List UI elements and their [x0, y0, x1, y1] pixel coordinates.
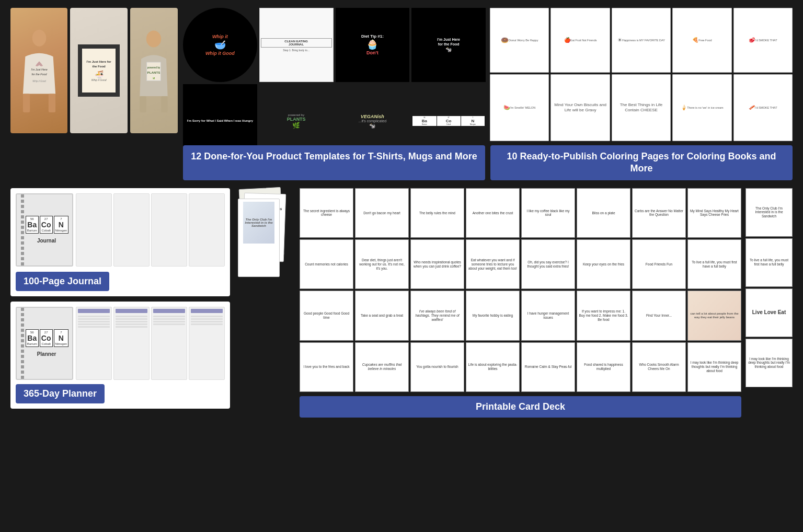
pl15: [191, 316, 223, 317]
card-deck-container: The Only Club I'm Interested in is the S…: [238, 188, 793, 418]
pl16: [191, 318, 223, 320]
card-nourish-flourish: You gotta nourish to flourish: [410, 342, 464, 392]
card-who-needs-quotes: Who needs inspirational quotes when you …: [410, 239, 464, 289]
card-to-live-full-life: To live a full life, you must first have…: [745, 238, 793, 287]
card-thinking-about-food: I may look like I'm thinking deep though…: [687, 342, 741, 392]
planner-product: 56 Ba Barium 27 Co Cobalt 7: [10, 302, 230, 409]
bottom-section: 56 Ba Barium 27 Co Cobalt 7: [10, 188, 793, 418]
planner-page-4: [189, 307, 225, 380]
photo-woman-tshirt: I'm Just Here for the Food Whip it Good: [10, 8, 67, 133]
coloring-page-no-we-ice-cream: 🍦 There is no 'we' in ice cream: [672, 74, 731, 141]
coloring-page-eat-fruit: 🍎 Eat Fruit Not Friends: [550, 8, 610, 73]
design-diet-tip: Diet Tip #1: 🧁 Don't: [336, 8, 410, 82]
card-find-inner: Find Your Inner...: [632, 291, 686, 340]
journal-page-4: [189, 193, 225, 267]
card-bliss-plate: Bliss on a plate: [577, 188, 630, 238]
left-products: 56 Ba Barium 27 Co Cobalt 7: [10, 188, 230, 418]
design-clean-eating-journal: CLEAN EATINGJOURNAL Step 1: Bring body t…: [259, 8, 334, 82]
journal-cover-label: Journal: [37, 238, 56, 244]
planner-mockup: 56 Ba Barium 27 Co Cobalt 7: [16, 307, 225, 380]
planner-cover-label: Planner: [37, 351, 56, 357]
card-bacon-heart: Don't go bacon my heart: [355, 188, 409, 238]
journal-page-3: [151, 193, 187, 267]
journal-pages: [76, 193, 225, 267]
planner-page-1: [76, 307, 112, 380]
card-hunger-management: I have hunger management issues: [521, 291, 575, 340]
coloring-pages-area: 🍩 Donut Worry Be Happy 🍎 Eat Fruit Not F…: [490, 8, 793, 141]
pl9: [116, 323, 147, 325]
element-n: 7 N Nitrogen: [54, 216, 69, 234]
pl6: [116, 316, 147, 317]
card-take-seat: Take a seat and grab a treat: [355, 291, 409, 340]
spiral-binding: [21, 194, 24, 265]
card-impress-me: If you want to impress me: 1. Buy me foo…: [577, 291, 630, 340]
svg-text:PLANTS: PLANTS: [147, 71, 160, 74]
pl13: [153, 321, 185, 322]
pl4: [78, 323, 110, 325]
banner-coloring: 10 Ready-to-Publish Coloring Pages for C…: [490, 145, 793, 180]
pl1: [78, 316, 110, 317]
coloring-page-free-food: 🍕 Free Food: [672, 8, 731, 73]
planner-cover: 56 Ba Barium 27 Co Cobalt 7: [16, 307, 73, 380]
card-fond-waffles: I've always been fond of hashtags. They …: [410, 291, 464, 340]
pl3: [78, 321, 110, 322]
card-oh-extra-fries: Oh, did you say exercise? I thought you …: [521, 239, 575, 289]
product-photos: I'm Just Here for the Food Whip it Good …: [10, 8, 178, 180]
pl17: [191, 321, 223, 322]
planner-element-co: 27 Co Cobalt: [40, 329, 53, 347]
coloring-page-mind-your-biscuits: Mind Your Own Biscuits and Life will be …: [550, 74, 610, 141]
coloring-page-smoke-that-2: 🥓 I'd SMOKE THAT: [733, 74, 793, 141]
coloring-page-best-things-cheese: The Best Things in Life Contain CHEESE: [612, 74, 671, 141]
svg-point-0: [32, 30, 46, 47]
planner-element-n: 7 N Nitrogen: [54, 329, 69, 347]
svg-text:for the Food: for the Food: [31, 73, 47, 76]
card-keep-eyes-fries: Keep your eyes on the fries: [577, 239, 630, 289]
svg-rect-12: [162, 96, 168, 112]
svg-point-6: [146, 31, 161, 48]
pl2: [78, 318, 110, 320]
journal-product: 56 Ba Barium 27 Co Cobalt 7: [10, 188, 230, 296]
journal-page-1: [76, 193, 112, 267]
card-grid-wrapper: The secret ingredient is always cheese D…: [300, 188, 741, 418]
element-co: 27 Co Cobalt: [40, 216, 53, 234]
coloring-page-happiness: ☀ Happiness is MY FAVORITE DAY: [612, 8, 671, 73]
design-items-grid: Whip it 🥣 Whip it Good CLEAN EATINGJOURN…: [183, 8, 486, 141]
journal-label: 100-Page Journal: [16, 272, 109, 291]
planner-periodic-table: 56 Ba Barium 27 Co Cobalt 7: [26, 329, 68, 347]
card-cupcakes-muffins: Cupcakes are muffins that believe in mir…: [355, 342, 409, 392]
journal-cover: 56 Ba Barium 27 Co Cobalt 7: [16, 193, 73, 267]
main-container: I'm Just Here for the Food Whip it Good …: [0, 0, 803, 425]
card-romaine-calm: Romaine Calm & Stay Peas-ful: [521, 342, 575, 392]
planner-pages: [76, 307, 225, 380]
pl8: [116, 321, 147, 322]
card-coffee-soul: I like my coffee black like my soul: [521, 188, 575, 238]
planner-page-header-2: [116, 309, 147, 313]
photo-framed-print: I'm Just Here for the Food 🍜 Whip it Goo…: [70, 8, 127, 133]
banner-templates: 12 Done-for-You Product Templates for T-…: [183, 145, 485, 180]
extra-col: The Only Club I'm Interested in is the S…: [745, 188, 793, 418]
bookmark-cards-area: The Only Club I'm Interested in is the S…: [238, 188, 295, 418]
banners-row: 12 Done-for-You Product Templates for T-…: [183, 145, 793, 180]
planner-label: 365-Day Planner: [16, 384, 105, 403]
card-only-club: The Only Club I'm Interested in is the S…: [745, 188, 793, 237]
planner-page-header-3: [153, 309, 185, 313]
card-food-friends-fun: Food Friends Fun: [632, 239, 686, 289]
template-section: Whip it 🥣 Whip it Good CLEAN EATINGJOURN…: [183, 8, 793, 180]
right-section: The Only Club I'm Interested in is the S…: [238, 188, 793, 418]
card-another-bites: Another one bites the crust: [466, 188, 520, 238]
top-section: I'm Just Here for the Food Whip it Good …: [10, 8, 793, 180]
pl18: [191, 323, 223, 325]
card-pasta-bilities: Life is about exploring the pasta-biliti…: [466, 342, 520, 392]
bacon-periodic-table: 56 Ba Barium 27 Co Cobalt 7: [26, 216, 68, 234]
card-dear-diet: Dear diet, things just aren't working ou…: [355, 239, 409, 289]
design-im-just-here: I'm Just Herefor the Food 🐄: [411, 8, 486, 82]
pl14: [153, 323, 185, 325]
card-my-mind-says: My Mind Says Healthy My Heart Says Chees…: [687, 188, 741, 238]
pl5: [78, 326, 110, 328]
pl12: [153, 318, 185, 320]
journal-mockup: 56 Ba Barium 27 Co Cobalt 7: [16, 193, 225, 267]
coloring-pages-grid: 🍩 Donut Worry Be Happy 🍎 Eat Fruit Not F…: [490, 8, 793, 141]
card-hobby-eating: My favorite hobby is eating: [466, 291, 520, 340]
svg-text:I'm Just Here: I'm Just Here: [31, 68, 47, 71]
card-belly-mind: The belly rules the mind: [410, 188, 464, 238]
